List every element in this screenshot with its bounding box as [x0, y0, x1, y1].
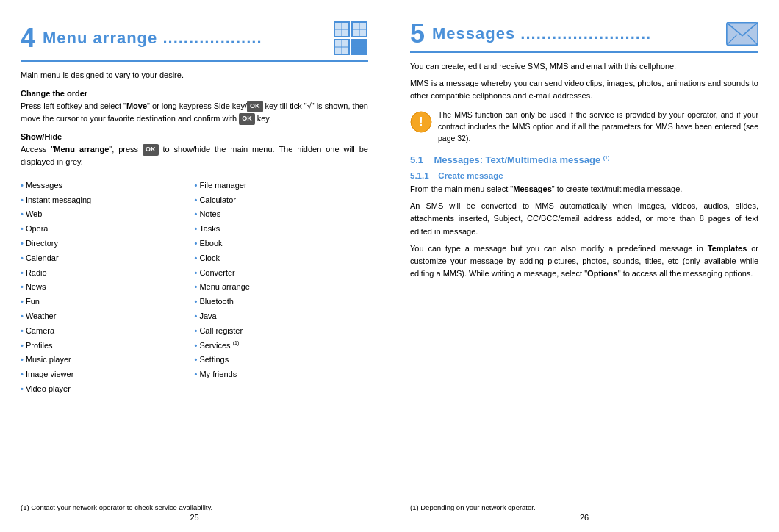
section-5-1-1-heading: 5.1.1 Create message: [410, 171, 758, 180]
list-item: • Settings: [195, 353, 369, 367]
list-item: • Calculator: [195, 193, 369, 208]
mms-intro: MMS is a message whereby you can send vi…: [410, 77, 758, 102]
list-item: • Bluetooth: [195, 295, 369, 309]
list-item: • Call register: [195, 324, 369, 339]
right-footnote: (1) Depending on your network operator.: [410, 500, 758, 511]
left-page-number: 25: [190, 513, 198, 522]
list-item: • Fun: [21, 295, 195, 309]
chapter-4-title: Menu arrange ...................: [43, 29, 327, 48]
list-item: • Java: [195, 309, 369, 324]
list-item: • My friends: [195, 367, 369, 382]
list-item: • Profiles: [21, 339, 195, 353]
menu-arrange-icon: [333, 21, 368, 56]
note-box: ! The MMS function can only be used if t…: [410, 109, 758, 144]
menu-columns: • Messages • Instant messaging • Web • O…: [21, 179, 368, 397]
right-page: 5 Messages ......................... You…: [390, 0, 779, 532]
list-item: • Directory: [21, 237, 195, 251]
show-hide-text: Access "Menu arrange", press OK to show/…: [21, 143, 368, 168]
section-5-1-title: Messages: Text/Multimedia message (1): [434, 154, 610, 165]
list-item: • Music player: [21, 353, 195, 367]
svg-text:!: !: [419, 115, 423, 128]
list-item: • Opera: [21, 222, 195, 237]
messages-icon: [726, 21, 758, 47]
list-item: • Clock: [195, 251, 369, 266]
template-text: You can type a message but you can also …: [410, 242, 758, 280]
chapter-5-number: 5: [410, 21, 425, 47]
chapter-4-number: 4: [21, 25, 35, 51]
chapter-4-header: 4 Menu arrange ...................: [21, 21, 368, 62]
menu-col-left: • Messages • Instant messaging • Web • O…: [21, 179, 195, 397]
list-item: • Calendar: [21, 251, 195, 266]
list-item: • Weather: [21, 309, 195, 324]
list-item: • Notes: [195, 207, 369, 222]
list-item: • Services (1): [195, 339, 369, 353]
list-item: • File manager: [195, 179, 369, 193]
list-item: • Messages: [21, 179, 195, 193]
ok-badge-1: OK: [247, 101, 263, 112]
note-text: The MMS function can only be used if the…: [438, 109, 758, 144]
menu-col-right: • File manager • Calculator • Notes • Ta…: [195, 179, 369, 397]
list-item: • Instant messaging: [21, 193, 195, 208]
list-item: • Video player: [21, 382, 195, 397]
chapter-5-header: 5 Messages .........................: [410, 21, 758, 53]
list-item: • Radio: [21, 266, 195, 281]
ok-badge-2: OK: [239, 113, 255, 125]
list-item: • Converter: [195, 266, 369, 281]
sms-convert-text: An SMS will be converted to MMS automati…: [410, 200, 758, 237]
ok-badge-3: OK: [143, 144, 159, 156]
chapter-4-intro: Main menu is designed to vary to your de…: [21, 69, 368, 82]
show-hide-heading: Show/Hide: [21, 132, 368, 141]
section-5-1-1-title: Create message: [438, 171, 503, 180]
section-5-1-heading: 5.1 Messages: Text/Multimedia message (1…: [410, 154, 758, 165]
left-page: 4 Menu arrange ................... Main …: [0, 0, 390, 532]
list-item: • Camera: [21, 324, 195, 339]
create-text: From the main menu select "Messages" to …: [410, 183, 758, 195]
chapter-5-intro: You can create, edit and receive SMS, MM…: [410, 60, 758, 73]
list-item: • Tasks: [195, 222, 369, 237]
list-item: • Menu arrange: [195, 280, 369, 295]
note-icon: !: [410, 111, 432, 133]
list-item: • News: [21, 280, 195, 295]
chapter-5-title: Messages .........................: [432, 24, 720, 43]
list-item: • Image viewer: [21, 367, 195, 382]
change-order-text: Press left softkey and select "Move" or …: [21, 100, 368, 125]
list-item: • Web: [21, 207, 195, 222]
left-footnote: (1) Contact your network operator to che…: [21, 500, 368, 511]
right-page-number: 26: [580, 513, 589, 522]
list-item: • Ebook: [195, 237, 369, 251]
change-order-heading: Change the order: [21, 89, 368, 98]
